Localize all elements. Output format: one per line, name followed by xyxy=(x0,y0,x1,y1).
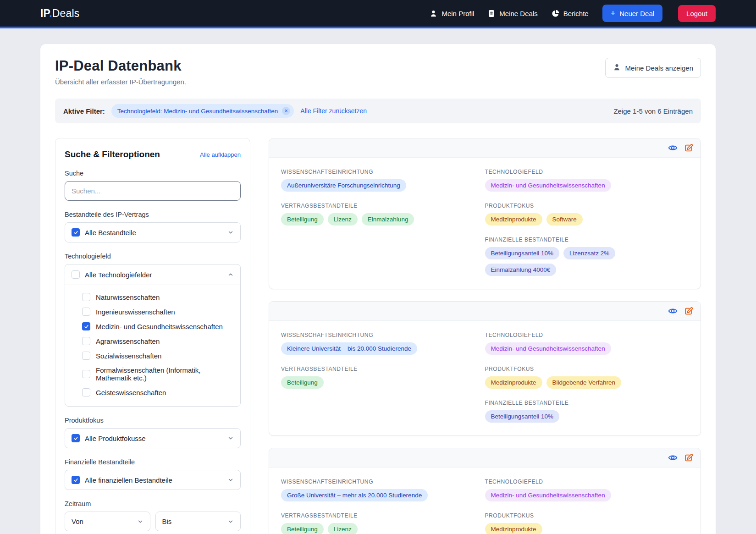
field-label: PRODUKTFOKUS xyxy=(485,203,689,209)
field-label: FINANZIELLE BESTANDTEILE xyxy=(485,400,689,406)
nav-item-my-deals[interactable]: Meine Deals xyxy=(488,10,537,17)
period-to-select[interactable]: Bis xyxy=(155,512,241,531)
view-deal-eye-icon[interactable] xyxy=(668,306,678,316)
period-from-select[interactable]: Von xyxy=(65,512,150,531)
checkbox-unchecked[interactable] xyxy=(72,270,80,279)
view-deal-eye-icon[interactable] xyxy=(668,453,678,462)
deal-chip: Lizenz xyxy=(328,213,358,226)
edit-deal-icon[interactable] xyxy=(684,143,693,153)
deal-chip: Außeruniversitäre Forschungseinrichtung xyxy=(281,179,406,192)
deal-card-header xyxy=(269,138,701,158)
technology-option-row[interactable]: Ingenieurswissenschaften xyxy=(82,304,234,319)
main-panel: IP-Deal Datenbank Übersicht aller erfass… xyxy=(40,44,716,534)
technology-option-row[interactable]: Formalwissenschaften (Informatik, Mathem… xyxy=(82,363,234,385)
period-from-value: Von xyxy=(72,517,83,525)
checkbox-unchecked[interactable] xyxy=(82,352,90,360)
deal-chip: Beteiligungsanteil 10% xyxy=(485,247,560,259)
deal-chip: Einmalzahlung 4000€ xyxy=(485,264,557,276)
logo-deals: Deals xyxy=(52,7,80,19)
checkbox-unchecked[interactable] xyxy=(82,370,90,378)
top-navbar: IP.Deals Mein Profil Meine Deals Bericht… xyxy=(0,0,756,28)
product-focus-label: Produktfokus xyxy=(65,417,241,424)
deal-chip: Medizin- und Gesundheitswissenschaften xyxy=(485,489,611,501)
expand-all-link[interactable]: Alle aufklappen xyxy=(200,151,241,158)
show-my-deals-label: Meine Deals anzeigen xyxy=(625,64,693,72)
deal-chip: Bildgebende Verfahren xyxy=(546,376,621,389)
financial-parts-dropdown[interactable]: Alle finanziellen Bestandteile xyxy=(65,470,241,490)
checkbox-checked[interactable] xyxy=(72,434,80,442)
field-label: PRODUKTFOKUS xyxy=(485,512,689,519)
technology-option-row[interactable]: Naturwissenschaften xyxy=(82,290,234,304)
checkbox-checked[interactable] xyxy=(82,322,90,330)
new-deal-button[interactable]: + Neuer Deal xyxy=(602,5,662,22)
plus-icon: + xyxy=(611,9,616,17)
deal-chip: Beteiligungsanteil 10% xyxy=(485,410,560,423)
deal-chip: Medizinprodukte xyxy=(485,376,542,389)
chevron-down-icon xyxy=(137,518,143,525)
deal-field-product: PRODUKTFOKUSMedizinprodukte xyxy=(485,512,689,534)
technology-option-label: Formalwissenschaften (Informatik, Mathem… xyxy=(96,366,234,382)
chevron-down-icon xyxy=(227,229,234,236)
product-focus-dropdown[interactable]: Alle Produktfokusse xyxy=(65,428,241,448)
active-filter-label: Aktive Filter: xyxy=(63,107,105,115)
checkbox-unchecked[interactable] xyxy=(82,293,90,301)
contract-parts-dropdown[interactable]: Alle Bestandteile xyxy=(65,222,241,242)
deal-field-technology: TECHNOLOGIEFELDMedizin- und Gesundheitsw… xyxy=(485,332,689,355)
deal-chip: Medizin- und Gesundheitswissenschaften xyxy=(485,179,611,192)
deal-card-header xyxy=(269,448,701,468)
product-focus-value: Alle Produktfokusse xyxy=(85,435,146,442)
technology-option-row[interactable]: Medizin- und Gesundheitswissenschaften xyxy=(82,319,234,334)
deal-chip: Medizinprodukte xyxy=(485,523,542,534)
app-logo[interactable]: IP.Deals xyxy=(40,7,80,20)
deal-field-financial: FINANZIELLE BESTANDTEILEBeteiligungsante… xyxy=(485,237,689,276)
checkbox-unchecked[interactable] xyxy=(82,337,90,345)
financial-parts-label: Finanzielle Bestandteile xyxy=(65,458,241,466)
technology-field-panel: Alle Technologiefelder Naturwissenschaft… xyxy=(65,264,241,407)
logo-dot: . xyxy=(49,7,52,19)
edit-deal-icon[interactable] xyxy=(684,307,693,316)
deal-chip: Beteiligung xyxy=(281,376,324,389)
chevron-down-icon xyxy=(227,435,234,441)
checkbox-unchecked[interactable] xyxy=(82,388,90,396)
deal-card-header xyxy=(269,302,701,321)
search-input[interactable] xyxy=(65,181,241,201)
nav-item-label: Berichte xyxy=(563,10,589,17)
technology-field-label: Technologiefeld xyxy=(65,253,241,260)
chevron-up-icon[interactable] xyxy=(227,271,234,278)
checkbox-unchecked[interactable] xyxy=(82,308,90,316)
view-deal-eye-icon[interactable] xyxy=(668,143,678,153)
technology-option-row[interactable]: Sozialwissenschaften xyxy=(82,348,234,363)
technology-option-row[interactable]: Agrarwissenschaften xyxy=(82,334,234,348)
technology-option-row[interactable]: Geisteswissenschaften xyxy=(82,385,234,400)
field-label: VERTRAGSBESTANDTEILE xyxy=(281,366,485,372)
nav-item-profile[interactable]: Mein Profil xyxy=(430,10,474,17)
checkbox-checked[interactable] xyxy=(72,228,80,237)
remove-filter-icon[interactable]: × xyxy=(282,107,290,115)
deal-field-contract: VERTRAGSBESTANDTEILEBeteiligungLizenz xyxy=(281,512,485,534)
logout-button[interactable]: Logout xyxy=(678,5,716,22)
active-filter-bar: Aktive Filter: Technologiefeld: Medizin-… xyxy=(55,99,701,123)
chevron-down-icon xyxy=(227,518,234,525)
field-label: PRODUKTFOKUS xyxy=(485,366,689,372)
chevron-down-icon xyxy=(227,477,234,483)
nav-item-label: Meine Deals xyxy=(499,10,537,17)
person-icon xyxy=(430,10,437,17)
technology-option-label: Ingenieurswissenschaften xyxy=(96,308,175,316)
sidebar-title: Suche & Filteroptionen xyxy=(65,149,160,160)
technology-all-row[interactable]: Alle Technologiefelder xyxy=(65,264,240,285)
field-label: VERTRAGSBESTANDTEILE xyxy=(281,512,485,519)
deal-chip: Medizin- und Gesundheitswissenschaften xyxy=(485,342,611,355)
reset-all-filters-link[interactable]: Alle Filter zurücksetzen xyxy=(300,107,367,115)
nav-item-reports[interactable]: Berichte xyxy=(552,10,589,17)
checkbox-checked[interactable] xyxy=(72,476,80,484)
page-subtitle: Übersicht aller erfasster IP-Übertragung… xyxy=(55,78,186,86)
person-icon xyxy=(613,63,621,72)
deal-field-institution: WISSENSCHAFTSEINRICHTUNGGroße Universitä… xyxy=(281,479,485,501)
result-count: Zeige 1-5 von 6 Einträgen xyxy=(613,107,693,115)
field-label: WISSENSCHAFTSEINRICHTUNG xyxy=(281,169,485,175)
field-label: WISSENSCHAFTSEINRICHTUNG xyxy=(281,332,485,338)
edit-deal-icon[interactable] xyxy=(684,453,693,462)
show-my-deals-button[interactable]: Meine Deals anzeigen xyxy=(605,58,701,78)
financial-parts-value: Alle finanziellen Bestandteile xyxy=(85,476,172,484)
search-label: Suche xyxy=(65,170,241,177)
